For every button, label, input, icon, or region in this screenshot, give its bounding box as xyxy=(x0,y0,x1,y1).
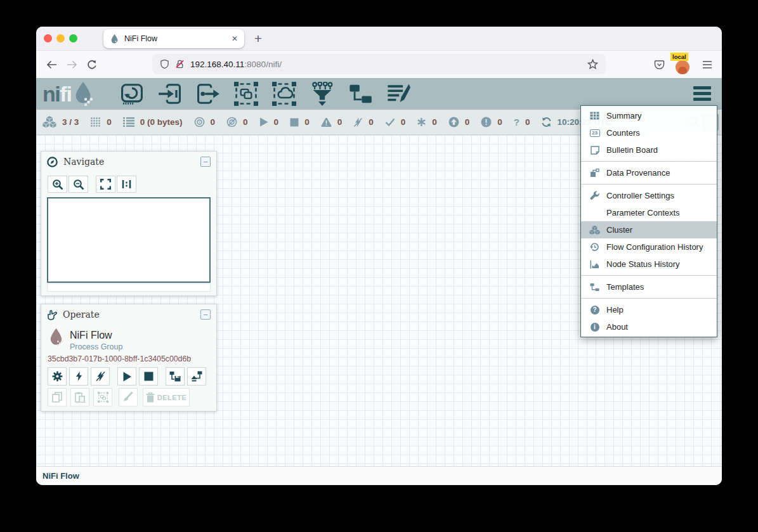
start-button[interactable] xyxy=(117,367,136,386)
collapse-operate-button[interactable]: − xyxy=(200,309,211,320)
zoom-fit-button[interactable] xyxy=(96,176,115,193)
disabled-icon xyxy=(353,117,363,127)
browser-toolbar: 192.168.40.11:8080/nifi/ local xyxy=(36,51,722,78)
browser-window: NiFi Flow ✕ + 192.168.40.11:8080/nifi/ l… xyxy=(36,27,722,485)
menu-separator xyxy=(581,161,717,162)
disable-button[interactable] xyxy=(91,367,110,386)
running-icon xyxy=(259,117,268,127)
browser-tab[interactable]: NiFi Flow ✕ xyxy=(103,29,244,48)
stop-button[interactable] xyxy=(139,367,158,386)
browser-menu-icon[interactable] xyxy=(697,55,717,75)
back-icon[interactable] xyxy=(41,55,62,75)
bookmark-star-icon[interactable] xyxy=(587,59,598,70)
menu-item-templates[interactable]: Templates xyxy=(581,278,717,295)
breadcrumb-bar: NiFi Flow xyxy=(36,466,722,485)
zoom-in-button[interactable] xyxy=(48,176,67,193)
minimize-window-button[interactable] xyxy=(56,34,65,42)
group-button[interactable] xyxy=(93,388,112,406)
copy-button[interactable] xyxy=(48,388,67,406)
insecure-lock-icon[interactable] xyxy=(175,59,185,69)
breadcrumb-item[interactable]: NiFi Flow xyxy=(42,471,79,481)
pocket-icon[interactable] xyxy=(649,55,669,75)
menu-item-summary[interactable]: Summary xyxy=(581,107,717,124)
component-palette xyxy=(119,81,411,107)
controller-settings-icon xyxy=(589,191,600,200)
menu-item-help[interactable]: ? Help xyxy=(581,301,717,318)
stat-running: 0 xyxy=(259,117,279,127)
navigate-panel: Navigate − xyxy=(41,151,217,296)
stat-clustered-nodes: 3 / 3 xyxy=(42,116,79,128)
profile-avatar[interactable]: local xyxy=(673,54,692,75)
delete-button[interactable]: DELETE xyxy=(143,388,190,406)
navigate-title: Navigate xyxy=(63,157,104,167)
new-tab-button[interactable]: + xyxy=(249,29,268,48)
stale-arrow-icon xyxy=(448,117,459,127)
template-icon[interactable] xyxy=(348,81,373,107)
stat-stale: 0 xyxy=(448,117,470,127)
hand-icon xyxy=(47,309,57,320)
funnel-icon[interactable] xyxy=(310,81,335,107)
birdseye-view[interactable] xyxy=(47,197,211,283)
stat-up-to-date: 0 xyxy=(385,117,406,127)
reload-icon[interactable] xyxy=(82,55,102,75)
label-icon[interactable] xyxy=(386,81,411,107)
menu-item-bulletin-board[interactable]: Bulletin Board xyxy=(581,141,717,159)
about-icon: i xyxy=(589,323,600,332)
color-button[interactable] xyxy=(119,388,138,406)
menu-item-flow-configuration-history[interactable]: Flow Configuration History xyxy=(581,238,717,256)
menu-item-data-provenance[interactable]: Data Provenance xyxy=(581,164,717,181)
stat-transmitting: 0 xyxy=(194,117,216,127)
not-transmitting-icon xyxy=(226,117,237,127)
process-group-icon[interactable] xyxy=(233,81,259,107)
configuration-button[interactable] xyxy=(48,367,67,386)
nifi-drop-logo xyxy=(72,81,94,107)
shield-icon[interactable] xyxy=(160,59,169,69)
birdseye-strip xyxy=(47,283,211,292)
zoom-actual-button[interactable] xyxy=(117,176,136,193)
menu-separator xyxy=(581,184,717,185)
summary-icon xyxy=(589,112,600,120)
url-text[interactable]: 192.168.40.11:8080/nifi/ xyxy=(190,60,582,69)
create-template-button[interactable] xyxy=(166,367,185,386)
invalid-icon xyxy=(321,117,332,127)
menu-item-parameter-contexts[interactable]: Parameter Contexts xyxy=(581,204,717,221)
menu-item-node-status-history[interactable]: Node Status History xyxy=(581,256,717,273)
stat-locally-modified-stale: 0 xyxy=(481,117,502,127)
maximize-window-button[interactable] xyxy=(69,34,77,42)
operate-panel: Operate − NiFi Flow Process Group 35cbd3… xyxy=(41,304,217,412)
zoom-out-button[interactable] xyxy=(69,176,88,193)
menu-item-about[interactable]: i About xyxy=(581,318,717,335)
refresh-icon[interactable] xyxy=(541,117,552,127)
selected-component-type: Process Group xyxy=(70,342,122,351)
stopped-icon xyxy=(290,118,299,127)
remote-process-group-icon[interactable] xyxy=(271,81,297,107)
close-tab-icon[interactable]: ✕ xyxy=(232,34,238,43)
url-bar[interactable]: 192.168.40.11:8080/nifi/ xyxy=(152,54,606,74)
paste-button[interactable] xyxy=(70,388,89,406)
processor-icon[interactable] xyxy=(119,81,145,107)
help-icon: ? xyxy=(589,306,600,315)
menu-item-controller-settings[interactable]: Controller Settings xyxy=(581,187,717,204)
upload-template-button[interactable] xyxy=(187,367,206,386)
global-menu-icon[interactable] xyxy=(693,86,711,101)
node-status-history-icon xyxy=(589,260,600,269)
history-icon xyxy=(589,242,600,252)
nifi-favicon xyxy=(110,34,119,44)
collapse-navigate-button[interactable]: − xyxy=(200,157,211,167)
stat-sync-failure: ? 0 xyxy=(514,117,530,127)
stat-not-transmitting: 0 xyxy=(226,117,248,127)
enable-button[interactable] xyxy=(69,367,88,386)
output-port-icon[interactable] xyxy=(195,81,221,107)
operate-title: Operate xyxy=(63,309,100,320)
menu-separator xyxy=(581,298,717,299)
check-icon xyxy=(385,118,395,126)
selected-component-name: NiFi Flow xyxy=(70,330,112,341)
menu-item-cluster[interactable]: Cluster xyxy=(581,221,717,238)
menu-item-counters[interactable]: 23 Counters xyxy=(581,124,717,141)
input-port-icon[interactable] xyxy=(157,81,183,107)
queue-icon xyxy=(123,117,134,127)
close-window-button[interactable] xyxy=(44,34,52,42)
counters-icon: 23 xyxy=(589,129,600,137)
compass-icon xyxy=(47,157,58,167)
forward-icon[interactable] xyxy=(62,55,82,75)
